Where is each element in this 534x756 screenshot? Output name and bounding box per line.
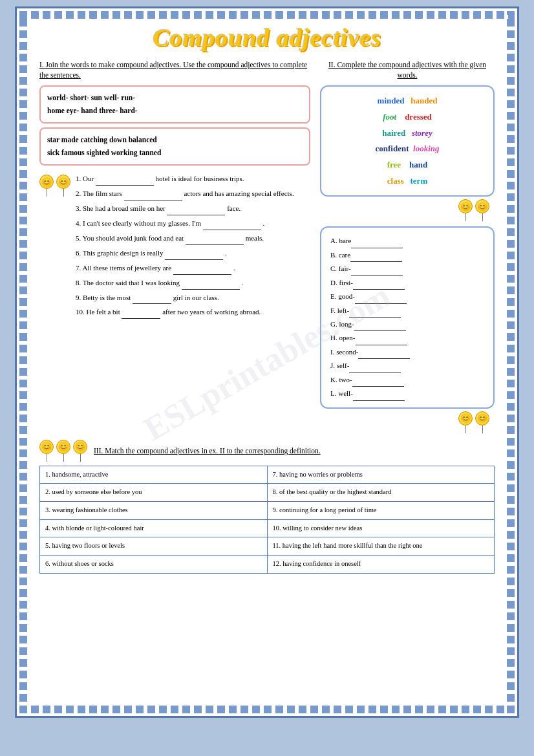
decorative-border: [19, 11, 515, 713]
page: ESLprintables.com Compound adjectives I.…: [15, 6, 519, 718]
